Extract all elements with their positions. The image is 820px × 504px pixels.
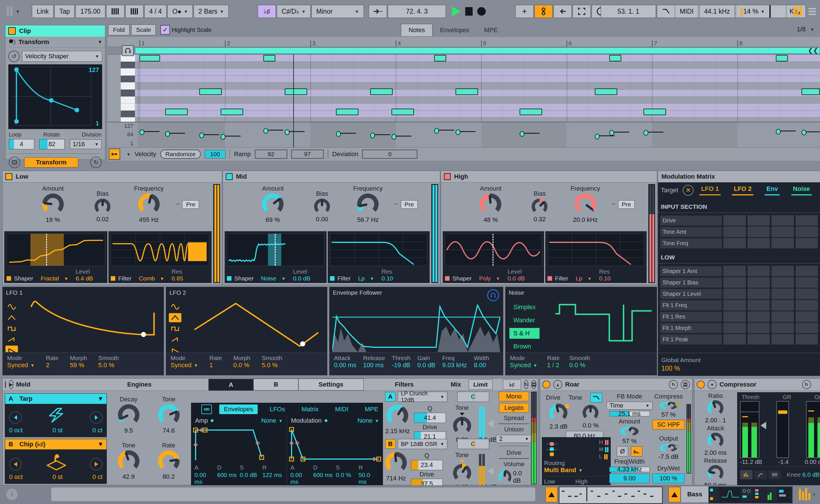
low-shaper-level[interactable]: 6.4 dB bbox=[76, 275, 93, 282]
mid-bias-knob[interactable] bbox=[314, 199, 330, 214]
roar-tone-knob[interactable] bbox=[582, 405, 598, 421]
midi-note[interactable] bbox=[776, 55, 788, 61]
low-filter-type-menu[interactable]: Comb ▼ bbox=[139, 275, 164, 282]
velocity-marker[interactable] bbox=[802, 130, 806, 135]
fb-width-field[interactable]: 9.00 bbox=[609, 474, 650, 483]
low-filter-panel[interactable]: Filter Comb ▼ Res0.85 bbox=[108, 231, 212, 283]
meld-tab-settings[interactable]: Settings bbox=[298, 379, 364, 391]
engine-a-decay-knob[interactable] bbox=[118, 404, 139, 426]
loop-end-marker[interactable]: ❮❮ bbox=[808, 47, 818, 54]
subtab-midi[interactable]: MIDI bbox=[331, 404, 353, 414]
matrix-cell[interactable] bbox=[796, 277, 818, 288]
mix-b-tone-knob[interactable] bbox=[453, 464, 471, 482]
matrix-cell[interactable] bbox=[747, 323, 770, 333]
mod-envelope-graph[interactable] bbox=[287, 425, 383, 462]
filter-b-freq-knob[interactable] bbox=[385, 452, 407, 474]
amp-s[interactable]: 0.0 dB bbox=[240, 472, 261, 485]
low-band-activator[interactable] bbox=[5, 173, 12, 180]
env-freq[interactable]: 9.03 kHz bbox=[442, 362, 467, 369]
nudge-up-button[interactable] bbox=[125, 5, 143, 18]
matrix-cell[interactable] bbox=[771, 323, 794, 333]
mid-shaper-type-menu[interactable]: Noise ▼ bbox=[261, 275, 286, 282]
engine-b-tone-knob[interactable] bbox=[118, 450, 139, 472]
engine-a-tone-knob[interactable] bbox=[158, 404, 180, 426]
roar-save-icon[interactable] bbox=[681, 380, 690, 389]
roar-drywet-field[interactable]: 100 % bbox=[652, 474, 685, 483]
high-amount-knob[interactable] bbox=[480, 193, 501, 215]
filter-a-freq-knob[interactable] bbox=[387, 405, 408, 426]
thresh-meter[interactable] bbox=[740, 401, 759, 458]
link-button[interactable]: Link bbox=[32, 5, 53, 18]
matrix-cell[interactable] bbox=[796, 311, 818, 322]
filter-b-q-field[interactable]: 23.4 bbox=[411, 460, 443, 470]
mod-d[interactable]: 600 ms bbox=[313, 472, 334, 485]
filter-b-type-menu[interactable]: BP 12dB OSR▼ bbox=[398, 439, 447, 449]
limit-button[interactable]: Limit bbox=[469, 379, 493, 390]
mix-a-tone-knob[interactable] bbox=[453, 417, 471, 435]
midi-note[interactable] bbox=[392, 109, 414, 115]
tab-mpe[interactable]: MPE bbox=[477, 24, 505, 36]
matrix-cell[interactable] bbox=[796, 334, 818, 345]
matrix-cell[interactable] bbox=[771, 311, 794, 322]
ratio-knob[interactable] bbox=[708, 400, 724, 416]
arrangement-position-field[interactable]: 72. 4. 3 bbox=[388, 5, 446, 18]
roar-power-led[interactable] bbox=[542, 381, 550, 389]
phase-invert-button[interactable]: Ø bbox=[617, 446, 628, 457]
high-bias-knob[interactable] bbox=[531, 199, 547, 214]
black-key[interactable] bbox=[121, 111, 135, 118]
white-key[interactable] bbox=[121, 97, 135, 104]
ramp-from-field[interactable]: 92 bbox=[255, 150, 287, 159]
engine-a-st[interactable]: 0 st bbox=[52, 427, 62, 434]
transform-section-header[interactable]: Transform ▼ bbox=[5, 37, 105, 48]
matrix-cell[interactable] bbox=[747, 215, 770, 226]
matrix-source-lfo-2[interactable]: LFO 2 bbox=[732, 185, 753, 195]
midi-note[interactable] bbox=[165, 109, 187, 115]
highlight-scale-checkbox[interactable]: ✓ bbox=[160, 25, 170, 35]
unison-menu[interactable]: 2▼ bbox=[496, 435, 532, 443]
matrix-cell[interactable] bbox=[723, 334, 746, 345]
filter-a-q-field[interactable]: 41.4 bbox=[414, 413, 446, 423]
mid-filter-type-menu[interactable]: Lp ▼ bbox=[358, 275, 374, 282]
transform-apply-button[interactable]: Transform bbox=[24, 157, 78, 168]
velocity-marker[interactable] bbox=[595, 134, 599, 139]
attack-knob[interactable] bbox=[708, 433, 724, 449]
lfo1-mode[interactable]: Synced▼ bbox=[7, 362, 34, 369]
quantize-menu[interactable]: 2 Bars▼ bbox=[193, 5, 229, 18]
matrix-source-lfo-1[interactable]: LFO 1 bbox=[699, 185, 720, 195]
matrix-cell[interactable] bbox=[771, 226, 794, 237]
amp-d[interactable]: 600 ms bbox=[217, 472, 238, 485]
roar-hot-swap-icon[interactable]: ↻ bbox=[669, 380, 678, 389]
roar-collapse-icon[interactable]: ▲ bbox=[553, 380, 562, 389]
loop-brace[interactable]: ❮❮ bbox=[108, 47, 820, 54]
preview-headphone-icon[interactable] bbox=[122, 45, 134, 56]
chevron-down-icon[interactable]: ▼ bbox=[98, 40, 102, 45]
high-shaper-level[interactable]: 0.0 dB bbox=[507, 275, 525, 282]
root-note-menu[interactable]: C♯/D♭▼ bbox=[277, 5, 311, 18]
meld-power-led[interactable] bbox=[5, 381, 6, 389]
loop-start-field[interactable]: 53. 1. 1 bbox=[601, 5, 656, 18]
black-key[interactable] bbox=[121, 90, 135, 97]
matrix-source-noise[interactable]: Noise bbox=[791, 185, 812, 195]
cpu-meter[interactable]: 14 %▼ bbox=[736, 5, 770, 18]
matrix-cell[interactable] bbox=[747, 277, 770, 288]
mono-button[interactable]: Mono bbox=[499, 392, 529, 401]
midi-note[interactable] bbox=[456, 88, 478, 95]
high-band-activator[interactable] bbox=[444, 173, 451, 180]
midi-note[interactable] bbox=[139, 55, 160, 61]
velocity-marker[interactable] bbox=[520, 131, 524, 137]
velocity-marker[interactable] bbox=[199, 133, 204, 138]
rotate-field[interactable]: 82 bbox=[39, 139, 65, 149]
info-icon[interactable]: i bbox=[6, 489, 18, 500]
mod-a[interactable]: 0.00 ms bbox=[291, 472, 312, 485]
follow-button[interactable] bbox=[369, 5, 387, 18]
automation-arm-button[interactable] bbox=[534, 5, 553, 18]
matrix-cell[interactable] bbox=[796, 215, 818, 226]
play-button[interactable] bbox=[452, 7, 461, 16]
lfo2-mode[interactable]: Synced▼ bbox=[170, 362, 198, 369]
volume-knob[interactable] bbox=[498, 470, 511, 484]
high-shaper-panel[interactable]: Shaper Poly ▼ Level0.0 dB bbox=[443, 231, 544, 283]
time-signature-field[interactable]: 4 / 4 bbox=[144, 5, 167, 18]
routing-menu[interactable]: Multi Band▼ bbox=[544, 466, 608, 474]
compressor-collapse-icon[interactable]: ▼ bbox=[708, 380, 717, 389]
subtab-mpe[interactable]: MPE bbox=[360, 404, 383, 414]
